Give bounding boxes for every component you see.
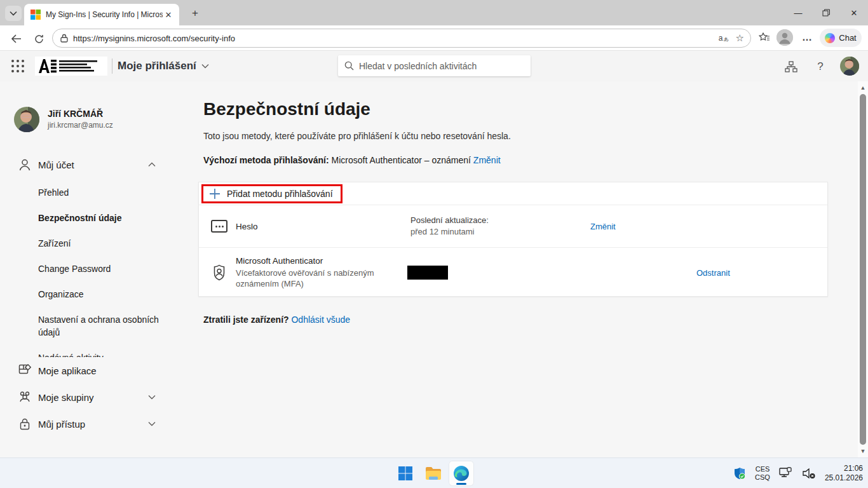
sidebar-item-my-apps[interactable]: Moje aplikace [0,358,191,383]
sidebar-item-my-account[interactable]: Můj účet [0,152,191,177]
sidebar-item-overview[interactable]: Přehled [0,180,191,205]
browser-profile-avatar[interactable] [776,29,793,46]
method-subtitle: Vícefaktorové ověřování s nabízeným ozná… [236,268,407,289]
browser-menu-button[interactable]: … [799,29,816,46]
activity-search[interactable] [338,55,531,76]
refresh-button[interactable] [31,30,47,47]
account-avatar[interactable] [840,57,859,76]
copilot-chat-button[interactable]: Chat [820,29,862,47]
tab-close-button[interactable]: ✕ [163,9,174,20]
waffle-menu-icon[interactable] [10,58,25,74]
taskbar-clock[interactable]: 21:06 25.01.2026 [825,464,863,483]
method-name: Microsoft Authenticator [236,256,323,266]
lock-icon [60,34,68,43]
sidebar-user-avatar[interactable] [14,107,39,132]
sidebar-item-my-groups[interactable]: Moje skupiny [0,384,191,410]
sidebar-item-change-password[interactable]: Change Password [0,256,191,281]
chat-label: Chat [839,33,856,43]
sidebar-item-recent-activity[interactable]: Nedávné aktivity [0,345,191,357]
page-scrollbar[interactable]: ▲ ▼ [858,81,868,458]
default-method-line: Výchozí metoda přihlašování: Microsoft A… [203,155,501,165]
chevron-down-icon [147,393,156,402]
new-tab-button[interactable]: + [188,6,202,20]
edge-icon [453,465,470,482]
authenticator-icon [210,264,228,281]
security-methods-card: Přidat metodu přihlašování Heslo Posledn… [198,182,828,297]
chevron-down-icon [10,11,17,16]
change-password-link[interactable]: Změnit [590,222,616,231]
default-method-value: Microsoft Authenticator – oznámení [329,155,473,165]
browser-tab-active[interactable]: My Sign-Ins | Security Info | Micros ✕ [24,4,179,25]
start-button[interactable] [393,461,418,486]
browser-titlebar: My Sign-Ins | Security Info | Micros ✕ +… [0,0,868,25]
add-method-button[interactable]: Přidat metodu přihlašování [227,189,333,199]
app-title-label: Moje přihlášení [118,60,196,72]
lock-icon [18,417,32,431]
scrollbar-thumb[interactable] [860,94,866,445]
window-close-button[interactable]: ✕ [840,0,868,25]
help-icon[interactable]: ? [813,60,827,74]
method-row-password: Heslo Poslední aktualizace: před 12 minu… [199,205,827,248]
back-button[interactable] [8,30,24,47]
translate-icon[interactable]: aぁ [719,34,729,43]
windows-logo-icon [398,466,413,481]
avatar-photo [840,57,859,76]
scroll-down-arrow[interactable]: ▼ [858,446,868,456]
method-row-authenticator: Microsoft Authenticator Vícefaktorové ov… [199,248,827,297]
organization-icon[interactable] [784,60,798,74]
amu-logo-icon [38,58,57,74]
microsoft-favicon-icon [31,10,41,20]
sidebar-item-devices[interactable]: Zařízení [0,231,191,256]
sidebar-item-security-info[interactable]: Bezpečnostní údaje [0,205,191,231]
windows-security-icon[interactable] [733,467,746,480]
favorite-star-icon[interactable]: ☆ [736,32,744,44]
sidebar-item-label: Můj účet [38,159,74,170]
screen: My Sign-Ins | Security Info | Micros ✕ +… [0,0,868,488]
sidebar-item-label: Můj přístup [38,419,85,430]
restore-icon [822,9,830,17]
method-name-block: Microsoft Authenticator Vícefaktorové ov… [236,256,407,289]
lost-device-line: Ztratili jste zařízení? Odhlásit všude [203,315,350,325]
window-minimize-button[interactable]: — [784,0,812,25]
system-tray: CES CSQ 21:06 25.01.2026 [733,458,863,488]
default-method-label: Výchozí metoda přihlašování: [203,155,329,165]
sidebar-user-name: Jiří KRČMÁŘ [48,109,103,119]
file-explorer-button[interactable] [421,461,446,486]
person-icon [776,29,793,46]
amu-logo[interactable] [35,57,107,76]
person-icon [18,158,32,172]
tab-title: My Sign-Ins | Security Info | Micros [46,10,163,19]
remove-authenticator-link[interactable]: Odstranit [696,268,730,277]
copilot-icon [825,33,835,43]
sign-out-everywhere-link[interactable]: Odhlásit všude [291,315,350,325]
sidebar-item-organizations[interactable]: Organizace [0,281,191,307]
tab-search-button[interactable] [5,6,22,21]
favorites-hub-icon[interactable] [756,29,773,46]
language-indicator[interactable]: CES CSQ [755,465,770,482]
chevron-down-icon [147,419,156,428]
add-method-row: Přidat metodu přihlašování [199,182,827,205]
app-title[interactable]: Moje přihlášení [118,58,209,74]
amu-logo-text [59,60,98,72]
window-restore-button[interactable] [812,0,840,25]
url-text[interactable]: https://mysignins.microsoft.com/security… [73,34,712,43]
people-icon [18,390,32,404]
address-bar[interactable]: https://mysignins.microsoft.com/security… [52,29,751,48]
sidebar-item-label: Moje aplikace [38,365,97,376]
back-arrow-icon [11,34,22,43]
search-input[interactable] [359,61,524,71]
sidebar-item-my-access[interactable]: Můj přístup [0,411,191,437]
refresh-icon [34,34,44,44]
method-name: Heslo [236,222,407,231]
sidebar-item-settings-privacy[interactable]: Nastavení a ochrana osobních údajů [0,307,191,345]
scroll-up-arrow[interactable]: ▲ [858,83,868,93]
network-icon[interactable] [779,467,793,480]
volume-muted-icon[interactable] [802,467,816,480]
edge-browser-button[interactable] [449,461,474,486]
page-title: Bezpečnostní údaje [203,99,370,119]
folder-icon [425,466,442,480]
apps-icon [18,363,32,377]
chevron-down-icon [201,64,209,69]
taskbar: CES CSQ 21:06 25.01.2026 [0,458,868,488]
default-method-change-link[interactable]: Změnit [473,155,501,165]
